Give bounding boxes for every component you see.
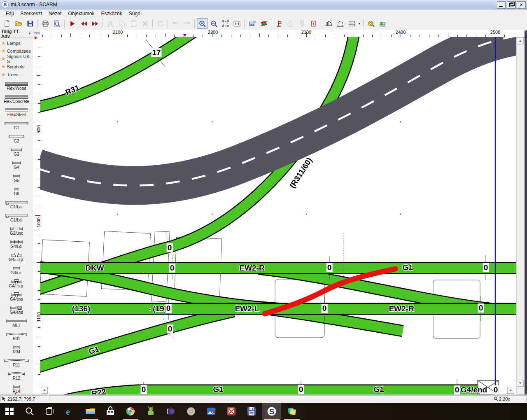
sidebar-track-g3[interactable]: G3 xyxy=(0,147,33,160)
scroll-left-button[interactable]: ◄ xyxy=(41,387,48,394)
menu-nezet[interactable]: Nézet xyxy=(45,10,65,17)
scroll-up-button[interactable]: ▲ xyxy=(517,37,524,44)
sidebar-track-flex-wood[interactable]: Flex/Wood xyxy=(0,82,33,94)
taskbar-photo-viewer[interactable] xyxy=(202,403,221,420)
taskbar-scarm[interactable]: S xyxy=(262,403,281,420)
taskbar-designer[interactable] xyxy=(222,403,241,420)
sidebar-track-mlt[interactable]: MLT xyxy=(0,319,33,331)
sidebar-track-g4-i-d-p-[interactable]: G4/i.d.p. xyxy=(0,253,33,265)
sidebar-item-signals-uk-s[interactable]: ★Signals-UK-S xyxy=(0,55,33,63)
sidebar-track-r01[interactable]: R01 xyxy=(0,332,33,344)
zoom-1-1-button[interactable]: 1:1 xyxy=(231,18,242,29)
menu-eszkozok[interactable]: Eszközök xyxy=(98,10,125,17)
step-back-button[interactable] xyxy=(78,18,89,29)
sidebar-track-r12[interactable]: R12 xyxy=(0,371,33,384)
scroll-right-button[interactable]: ► xyxy=(507,387,514,394)
menu-objektumok[interactable]: Objektumok xyxy=(65,10,98,17)
ruler-tick xyxy=(35,215,40,216)
sidebar-track-flex-steel[interactable]: Flex/Steel xyxy=(0,108,33,120)
tunnel-button[interactable] xyxy=(335,18,345,29)
ruler-tick xyxy=(259,33,260,37)
taskbar-store[interactable] xyxy=(101,403,120,420)
sidebar-item-symbols[interactable]: ★Symbols xyxy=(0,63,33,70)
toolbar-separator xyxy=(168,19,168,28)
sidebar-track-g4-sns[interactable]: G4/sns xyxy=(0,292,33,305)
ruler-label: 2500 xyxy=(490,30,500,35)
close-button[interactable]: × xyxy=(517,1,526,9)
start-button[interactable] xyxy=(67,18,77,29)
sidebar-track-g4-end[interactable]: G4/end xyxy=(0,306,33,318)
sidebar-track-r04[interactable]: R04 xyxy=(0,345,33,357)
scroll-down-button[interactable]: ▼ xyxy=(517,380,524,387)
layout-canvas[interactable]: 17R31(R311/60)0DKW0EW2-R0G10(136)●(19)0E… xyxy=(40,37,516,395)
measure-button[interactable] xyxy=(366,18,376,29)
sidebar-track-g4-i-d-[interactable]: G4/i.d. xyxy=(0,240,33,252)
sidebar-track-r11[interactable]: R11 xyxy=(0,358,33,371)
zoom-out-button[interactable] xyxy=(208,18,219,29)
sidebar-track-g5[interactable]: G5 xyxy=(0,174,33,186)
taskbar-sticky-notes[interactable] xyxy=(282,403,301,420)
ruler-label: 2300 xyxy=(301,30,311,35)
taskbar-disc-burner[interactable] xyxy=(182,403,201,420)
library-selector[interactable]: Tillig-TT-Adv ▼ xyxy=(0,30,33,38)
zoom-in-button[interactable] xyxy=(197,18,208,29)
roads-button[interactable] xyxy=(346,18,357,29)
text-note-button[interactable]: I xyxy=(308,18,319,29)
ruler-label: 2100 xyxy=(113,30,123,35)
track-length-badge: 0 xyxy=(326,263,333,272)
export-image-button[interactable] xyxy=(247,18,257,29)
taskbar-file-explorer[interactable] xyxy=(81,403,100,420)
taskbar-search[interactable] xyxy=(20,403,39,420)
step-forward-button[interactable] xyxy=(90,18,100,29)
vertical-ruler: 90010001100 xyxy=(33,37,41,394)
toolbar-separator xyxy=(64,19,65,28)
menu-sugo[interactable]: Súgó xyxy=(126,10,144,17)
rotate-button xyxy=(155,18,166,29)
minimize-button[interactable] xyxy=(497,1,506,9)
view-3d-button[interactable]: 3D xyxy=(377,18,388,29)
track-name-label: (136) xyxy=(72,304,90,313)
zoom-window-button[interactable] xyxy=(220,18,231,29)
sidebar-track-g1-f-a-[interactable]: G1/f.a. xyxy=(0,200,33,212)
taskbar-floppy-app[interactable] xyxy=(242,403,261,420)
restore-button[interactable] xyxy=(507,1,516,9)
print-button[interactable] xyxy=(40,18,51,29)
sidebar-item-lamps[interactable]: ★Lamps xyxy=(0,39,33,47)
sidebar-track-flex-concrete[interactable]: Flex/Concrete xyxy=(0,95,33,107)
save-button[interactable] xyxy=(25,18,35,29)
taskbar-eclipse[interactable] xyxy=(161,403,180,420)
roads-arrow-icon[interactable]: ▾ xyxy=(357,19,361,28)
road-surface xyxy=(40,37,516,186)
window-title: mi.3.scarm - SCARM xyxy=(11,2,57,7)
sidebar-track-g4[interactable]: G4 xyxy=(0,161,33,173)
sidebar-track-g1[interactable]: G1 xyxy=(0,121,33,133)
layers-button[interactable] xyxy=(258,18,269,29)
road[interactable] xyxy=(40,37,516,186)
sidebar-track-g2-unc[interactable]: G2/unc xyxy=(0,226,33,239)
toolbar: 1:1hhI▾3D xyxy=(0,17,527,30)
taskbar-task-view[interactable] xyxy=(40,403,59,420)
sidebar-track-g1-f-d-[interactable]: G1/f.d. xyxy=(0,213,33,226)
sidebar-track-g4-i-s-[interactable]: G4/i.s. xyxy=(0,266,33,278)
taskbar-start[interactable] xyxy=(0,403,19,420)
heights-button[interactable] xyxy=(273,18,284,29)
toolbar-separator xyxy=(194,19,195,28)
taskbar-edge[interactable]: e xyxy=(61,403,79,420)
sidebar-item-trees[interactable]: ★Trees xyxy=(0,70,33,78)
ruler-tick xyxy=(37,169,40,169)
print-preview-button[interactable] xyxy=(51,18,62,29)
taskbar-chrome[interactable] xyxy=(121,403,140,420)
ruler-tick xyxy=(35,309,40,309)
menu-szerkeszt[interactable]: Szerkeszt xyxy=(17,10,45,17)
taskbar-bluestacks[interactable] xyxy=(141,403,160,420)
menu-fajl[interactable]: Fájl xyxy=(2,10,17,17)
sidebar-track-g6[interactable]: G6 xyxy=(0,187,33,199)
svg-text:h: h xyxy=(301,21,303,24)
new-button[interactable] xyxy=(2,18,12,29)
bridge-button[interactable] xyxy=(323,18,334,29)
tracks[interactable] xyxy=(40,37,516,395)
sidebar-track-g2[interactable]: G2 xyxy=(0,134,33,147)
open-button[interactable] xyxy=(13,18,24,29)
vertical-scrollbar[interactable] xyxy=(516,37,524,394)
sidebar-track-g4-i-s-p-[interactable]: G4/i.s.p. xyxy=(0,279,33,292)
